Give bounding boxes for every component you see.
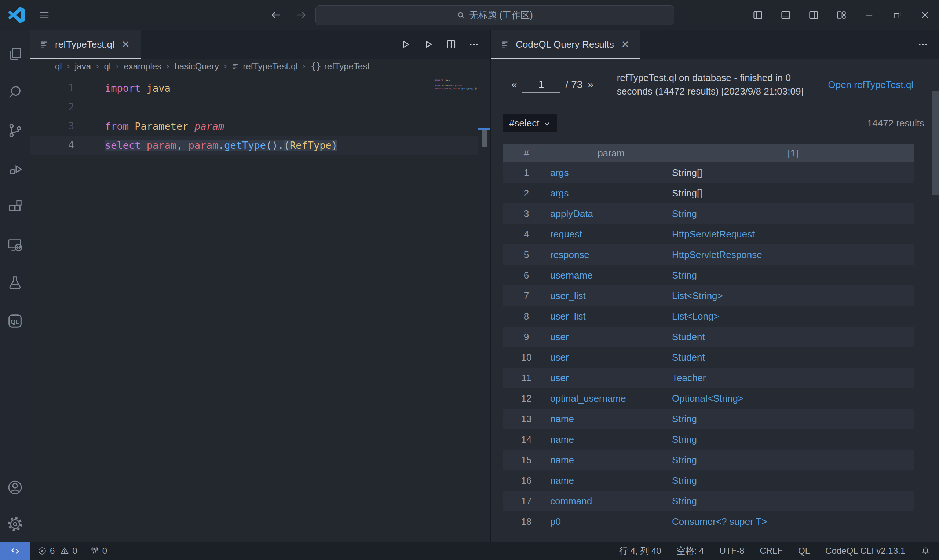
code-line-3[interactable]: 3from Parameter param [30,117,490,135]
tab-close-icon[interactable]: ✕ [120,38,131,51]
breadcrumb-separator: › [116,62,119,71]
param-link[interactable]: response [550,249,589,260]
prev-page-icon[interactable]: « [511,79,517,91]
param-link[interactable]: applyData [550,208,593,219]
toggle-secondary-sidebar-icon[interactable] [800,0,828,30]
type-value[interactable]: String [672,270,697,281]
search-sidebar-icon[interactable] [0,73,30,111]
param-link[interactable]: name [550,414,574,425]
command-center-search[interactable]: 无标题 (工作区) [315,6,674,25]
breadcrumb-item[interactable]: ql [104,61,111,71]
type-value[interactable]: Teacher [672,372,706,383]
problems-status[interactable]: 6 0 [37,546,77,556]
type-value[interactable]: Student [672,331,705,342]
run-and-debug-icon[interactable] [0,149,30,188]
indentation[interactable]: 空格: 4 [677,545,704,557]
type-value[interactable]: HttpServletRequest [672,229,754,240]
cursor-position[interactable]: 行 4, 列 40 [619,545,661,557]
results-tab-close-icon[interactable]: ✕ [620,38,631,51]
codeql-cli-version[interactable]: CodeQL CLI v2.13.1 [825,546,905,556]
type-value[interactable]: List<Long> [672,311,719,322]
ports-count: 0 [102,546,107,556]
param-link[interactable]: optinal_username [550,393,626,404]
type-value[interactable]: String [672,495,697,506]
encoding[interactable]: UTF-8 [719,546,744,556]
param-link[interactable]: user_list [550,290,586,301]
toggle-sidebar-icon[interactable] [744,0,772,30]
open-query-link[interactable]: Open refTypeTest.ql [817,78,924,92]
restore-window-icon[interactable] [883,0,911,30]
forward-arrow-icon[interactable] [295,9,308,21]
type-value[interactable]: String [672,454,697,465]
account-icon[interactable] [0,468,30,506]
breadcrumb-item[interactable]: refTypeTest.ql [232,61,298,71]
extensions-icon[interactable] [0,188,30,226]
settings-gear-icon[interactable] [0,506,30,542]
language-mode[interactable]: QL [798,546,810,556]
type-value[interactable]: Student [672,352,705,363]
type-value[interactable]: String [672,208,697,219]
param-link[interactable]: args [550,188,569,198]
param-link[interactable]: command [550,495,592,506]
param-link[interactable]: request [550,229,582,240]
code-editor[interactable]: 1import java23from Parameter param4selec… [30,74,490,542]
breadcrumb[interactable]: ql›java›ql›examples›basicQuery›refTypeTe… [30,58,490,74]
tab-codeql-query-results[interactable]: CodeQL Query Results ✕ [491,30,640,58]
param-link[interactable]: user [550,352,569,363]
customize-layout-icon[interactable] [828,0,856,30]
param-link[interactable]: args [550,167,569,178]
type-value[interactable]: String [672,434,697,445]
run-query-alt-icon[interactable] [422,38,434,50]
next-page-icon[interactable]: » [587,79,594,91]
minimap[interactable]: import java from Parameter paramselect p… [435,78,477,90]
testing-icon[interactable] [0,264,30,302]
results-scrollbar-thumb[interactable] [932,91,939,195]
code-line-1[interactable]: 1import java [30,78,490,97]
remote-explorer-icon[interactable] [0,226,30,264]
param-link[interactable]: user_list [550,311,586,322]
param-link[interactable]: p0 [550,516,561,527]
close-window-icon[interactable] [911,0,939,30]
source-control-icon[interactable] [0,111,30,149]
param-link[interactable]: username [550,270,593,281]
minimize-icon[interactable] [856,0,883,30]
breadcrumb-item[interactable]: basicQuery [174,61,219,71]
param-link[interactable]: name [550,475,574,486]
param-link[interactable]: name [550,454,574,465]
codeql-icon[interactable]: QL [0,302,30,340]
toggle-panel-icon[interactable] [772,0,800,30]
breadcrumb-item[interactable]: java [75,61,91,71]
page-number-input[interactable] [522,76,560,93]
type-value: String[] [672,188,702,198]
editor-more-actions-icon[interactable] [468,38,480,50]
menu-icon[interactable] [35,6,54,23]
type-value[interactable]: List<String> [672,290,723,301]
editor-scrollbar-thumb[interactable] [482,131,487,147]
breadcrumb-item[interactable]: examples [123,61,161,71]
select-dropdown[interactable]: #select [503,114,557,132]
results-more-actions-icon[interactable] [917,38,929,50]
breadcrumb-item[interactable]: {}refTypeTest [311,61,370,71]
param-link[interactable]: user [550,372,569,383]
remote-indicator[interactable] [0,542,30,560]
tab-reftypetest[interactable]: refTypeTest.ql ✕ [30,30,141,58]
split-editor-icon[interactable] [445,38,457,50]
param-link[interactable]: user [550,331,569,342]
param-link[interactable]: name [550,434,574,445]
row-index: 16 [503,475,550,486]
explorer-icon[interactable] [0,35,30,73]
eol-sequence[interactable]: CRLF [760,546,783,556]
type-value[interactable]: HttpServletResponse [672,249,762,260]
editor-scrollbar[interactable] [478,78,490,542]
breadcrumb-item[interactable]: ql [55,61,62,71]
type-value[interactable]: Optional<String> [672,393,743,404]
type-value[interactable]: String [672,475,697,486]
back-arrow-icon[interactable] [270,9,282,21]
notifications-bell-icon[interactable] [920,546,930,555]
type-value[interactable]: Consumer<? super T> [672,516,767,527]
type-value[interactable]: String [672,414,697,425]
code-line-2[interactable]: 2 [30,97,490,117]
run-query-icon[interactable] [400,38,412,50]
code-line-4[interactable]: 4select param, param.getType().(RefType) [30,135,490,155]
ports-status[interactable]: 0 [90,546,107,556]
